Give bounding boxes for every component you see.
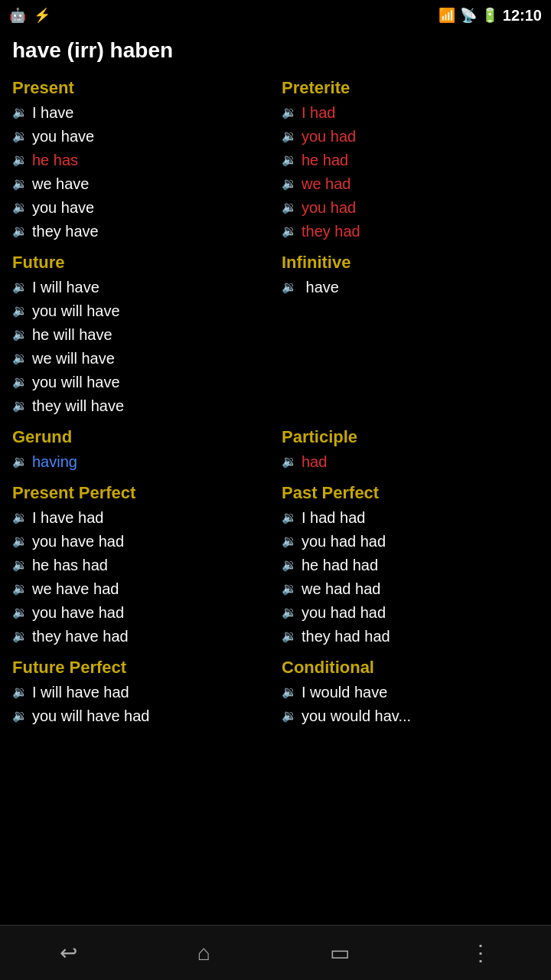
sound-icon[interactable]: 🔉: [282, 603, 297, 622]
sound-icon[interactable]: 🔉: [12, 175, 28, 194]
verb-text: you will have: [32, 299, 120, 323]
sound-icon[interactable]: 🔉: [282, 580, 297, 599]
list-item[interactable]: 🔉 they had: [282, 220, 539, 243]
status-bar: 🤖 ⚡ 📶 📡 🔋 12:10: [0, 0, 551, 31]
gerund-word: having: [32, 450, 77, 474]
sound-icon[interactable]: 🔉: [282, 707, 297, 726]
list-item[interactable]: 🔉 we will have: [12, 347, 269, 371]
back-button[interactable]: ↩: [60, 940, 77, 965]
sound-icon[interactable]: 🔉: [282, 222, 297, 241]
sound-icon[interactable]: 🔉: [282, 198, 297, 217]
sound-icon[interactable]: 🔉: [282, 556, 297, 575]
list-item[interactable]: 🔉 he had had: [282, 554, 539, 577]
menu-button[interactable]: ⋮: [470, 940, 491, 965]
list-item[interactable]: 🔉 have: [282, 276, 539, 299]
list-item[interactable]: 🔉 he had: [282, 149, 539, 172]
sound-icon[interactable]: 🔉: [12, 397, 28, 416]
list-item[interactable]: 🔉 we have had: [12, 577, 269, 601]
home-button[interactable]: ⌂: [197, 941, 210, 965]
verb-text: I will have had: [32, 681, 129, 704]
list-item[interactable]: 🔉 having: [12, 450, 269, 474]
sound-icon[interactable]: 🔉: [12, 151, 28, 170]
verb-text: you have had: [32, 601, 124, 625]
verb-text: they will have: [32, 394, 124, 418]
sound-icon[interactable]: 🔉: [282, 278, 297, 297]
preterite-title: Preterite: [282, 78, 539, 98]
list-item[interactable]: 🔉 I will have had: [12, 681, 269, 704]
list-item[interactable]: 🔉 you had: [282, 125, 539, 149]
sound-icon[interactable]: 🔉: [12, 452, 28, 472]
list-item[interactable]: 🔉 you had had: [282, 530, 539, 554]
sound-icon[interactable]: 🔉: [12, 103, 28, 122]
verb-text: I had: [302, 101, 335, 125]
sound-icon[interactable]: 🔉: [12, 349, 28, 368]
main-content: Present 🔉 I have 🔉 you have 🔉 he has 🔉 w…: [0, 75, 551, 734]
sound-icon[interactable]: 🔉: [282, 508, 297, 528]
list-item[interactable]: 🔉 we had: [282, 172, 539, 196]
list-item[interactable]: 🔉 had: [282, 450, 539, 474]
conditional-section: Conditional 🔉 I would have 🔉 you would h…: [276, 655, 545, 734]
sound-icon[interactable]: 🔉: [12, 127, 28, 146]
sound-icon[interactable]: 🔉: [12, 222, 28, 241]
future-title: Future: [12, 253, 269, 273]
gerund-title: Gerund: [12, 427, 269, 447]
sound-icon[interactable]: 🔉: [282, 627, 297, 646]
list-item[interactable]: 🔉 he will have: [12, 323, 269, 347]
future-perfect-title: Future Perfect: [12, 658, 269, 678]
participle-title: Participle: [282, 427, 539, 447]
verb-text: you have: [32, 125, 94, 149]
future-section: Future 🔉 I will have 🔉 you will have 🔉 h…: [6, 250, 276, 424]
sound-icon[interactable]: 🔉: [12, 627, 28, 646]
list-item[interactable]: 🔉 they have: [12, 220, 269, 243]
verb-text: you had: [302, 196, 356, 220]
verb-text: I have had: [32, 506, 103, 530]
sound-icon[interactable]: 🔉: [282, 175, 297, 194]
recents-button[interactable]: ▭: [330, 940, 350, 965]
sound-icon[interactable]: 🔉: [12, 603, 28, 622]
sound-icon[interactable]: 🔉: [282, 683, 297, 702]
sound-icon[interactable]: 🔉: [12, 373, 28, 392]
sound-icon[interactable]: 🔉: [282, 532, 297, 551]
list-item[interactable]: 🔉 you have had: [12, 601, 269, 625]
list-item[interactable]: 🔉 we have: [12, 172, 269, 196]
list-item[interactable]: 🔉 you would hav...: [282, 704, 539, 728]
list-item[interactable]: 🔉 you had: [282, 196, 539, 220]
list-item[interactable]: 🔉 you will have: [12, 299, 269, 323]
sound-icon[interactable]: 🔉: [12, 198, 28, 217]
sound-icon[interactable]: 🔉: [12, 302, 28, 321]
sound-icon[interactable]: 🔉: [12, 325, 28, 345]
list-item[interactable]: 🔉 you had had: [282, 601, 539, 625]
verb-text: he has: [32, 149, 78, 172]
list-item[interactable]: 🔉 he has: [12, 149, 269, 172]
verb-text: you would hav...: [302, 704, 411, 728]
list-item[interactable]: 🔉 I have had: [12, 506, 269, 530]
list-item[interactable]: 🔉 you have had: [12, 530, 269, 554]
list-item[interactable]: 🔉 you will have had: [12, 704, 269, 728]
list-item[interactable]: 🔉 I had had: [282, 506, 539, 530]
sound-icon[interactable]: 🔉: [12, 532, 28, 551]
sound-icon[interactable]: 🔉: [12, 707, 28, 726]
list-item[interactable]: 🔉 we had had: [282, 577, 539, 601]
sound-icon[interactable]: 🔉: [12, 508, 28, 528]
sound-icon[interactable]: 🔉: [12, 683, 28, 702]
list-item[interactable]: 🔉 he has had: [12, 554, 269, 577]
list-item[interactable]: 🔉 you will have: [12, 371, 269, 394]
sound-icon[interactable]: 🔉: [282, 151, 297, 170]
list-item[interactable]: 🔉 they have had: [12, 625, 269, 648]
list-item[interactable]: 🔉 they will have: [12, 394, 269, 418]
sound-icon[interactable]: 🔉: [282, 103, 297, 122]
list-item[interactable]: 🔉 I would have: [282, 681, 539, 704]
list-item[interactable]: 🔉 you have: [12, 125, 269, 149]
sound-icon[interactable]: 🔉: [12, 278, 28, 297]
sound-icon[interactable]: 🔉: [12, 556, 28, 575]
list-item[interactable]: 🔉 you have: [12, 196, 269, 220]
sound-icon[interactable]: 🔉: [282, 127, 297, 146]
participle-word: had: [302, 450, 327, 474]
list-item[interactable]: 🔉 they had had: [282, 625, 539, 648]
present-perfect-section: Present Perfect 🔉 I have had 🔉 you have …: [6, 480, 276, 655]
list-item[interactable]: 🔉 I will have: [12, 276, 269, 299]
sound-icon[interactable]: 🔉: [12, 580, 28, 599]
list-item[interactable]: 🔉 I have: [12, 101, 269, 125]
sound-icon[interactable]: 🔉: [282, 452, 297, 472]
list-item[interactable]: 🔉 I had: [282, 101, 539, 125]
